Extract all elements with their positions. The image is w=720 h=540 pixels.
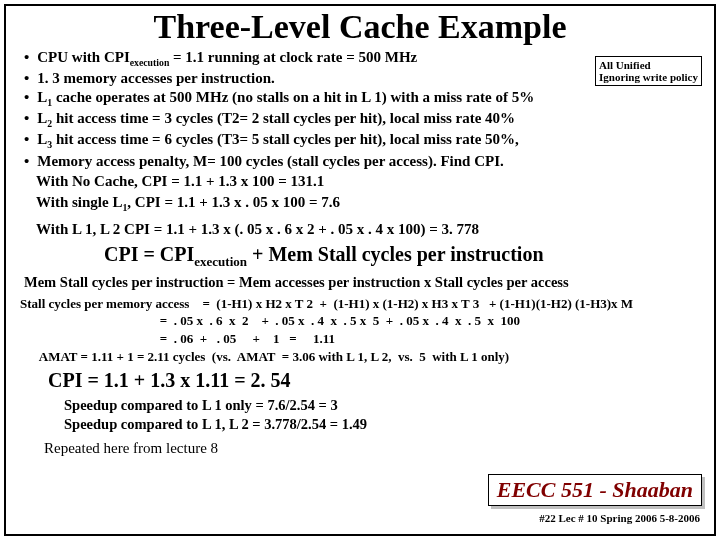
note-line-1: All Unified <box>599 59 698 71</box>
bullet-item: L1 cache operates at 500 MHz (no stalls … <box>24 88 706 109</box>
bullet-item: L2 hit access time = 3 cycles (T2= 2 sta… <box>24 109 706 130</box>
bullet-item: Memory access penalty, M= 100 cycles (st… <box>24 152 706 171</box>
note-box: All Unified Ignoring write policy <box>595 56 702 86</box>
cpi-final: CPI = 1.1 + 1.3 x 1.11 = 2. 54 <box>48 369 706 392</box>
repeat-note: Repeated here from lecture 8 <box>44 440 706 457</box>
page-title: Three-Level Cache Example <box>14 8 706 46</box>
slide-frame: Three-Level Cache Example All Unified Ig… <box>4 4 716 536</box>
stall-line-3: = . 06 + . 05 + 1 = 1.11 <box>20 330 706 348</box>
stall-line-2: = . 05 x . 6 x 2 + . 05 x . 4 x . 5 x 5 … <box>20 312 706 330</box>
speedup-2: Speedup compared to L 1, L 2 = 3.778/2.5… <box>64 415 706 434</box>
stall-block: Stall cycles per memory access = (1-H1) … <box>20 295 706 365</box>
calc-l1l2: With L 1, L 2 CPI = 1.1 + 1.3 x (. 05 x … <box>36 220 706 239</box>
calc-no-cache: With No Cache, CPI = 1.1 + 1.3 x 100 = 1… <box>36 172 706 191</box>
cpi-formula: CPI = CPIexecution + Mem Stall cycles pe… <box>104 243 706 270</box>
amat-line: AMAT = 1.11 + 1 = 2.11 cycles (vs. AMAT … <box>20 348 706 366</box>
stall-line-1: Stall cycles per memory access = (1-H1) … <box>20 295 706 313</box>
note-line-2: Ignoring write policy <box>599 71 698 83</box>
bullet-item: L3 hit access time = 6 cycles (T3= 5 sta… <box>24 130 706 151</box>
calc-l1: With single L1, CPI = 1.1 + 1.3 x . 05 x… <box>36 193 706 214</box>
mem-stall-formula: Mem Stall cycles per instruction = Mem a… <box>24 274 706 291</box>
footer-meta: #22 Lec # 10 Spring 2006 5-8-2006 <box>539 512 700 524</box>
speedup-1: Speedup compared to L 1 only = 7.6/2.54 … <box>64 396 706 415</box>
course-badge: EECC 551 - Shaaban <box>488 474 702 506</box>
